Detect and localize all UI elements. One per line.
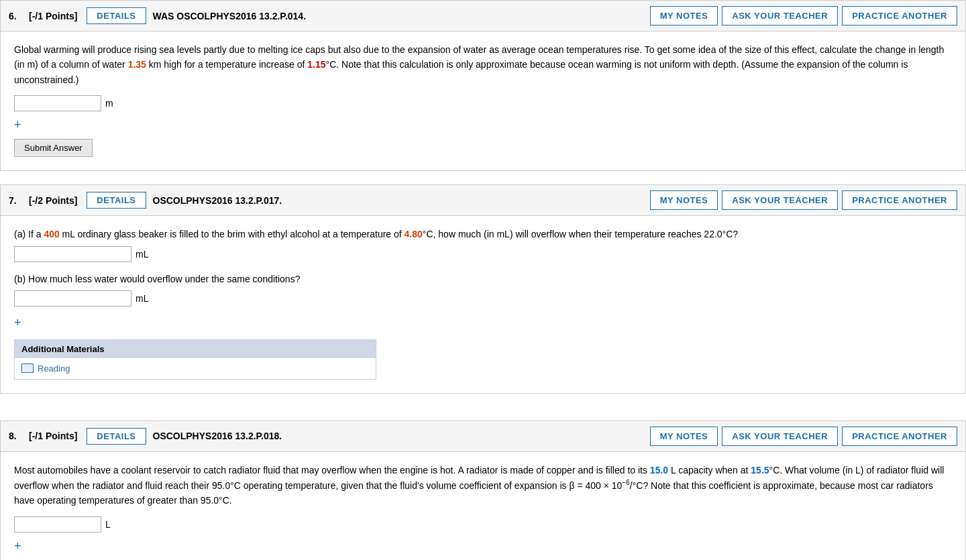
reading-label: Reading [38,363,70,374]
question-6-code: WAS OSCOLPHYS2016 13.2.P.014. [153,11,643,21]
question-7-part-a-unit: mL [136,249,148,260]
q7a-text-2: mL ordinary glass beaker is filled to th… [60,229,405,239]
q8-val1: 15.0 [650,465,668,475]
question-8-body: Most automobiles have a coolant reservoi… [0,451,966,560]
question-6-answer-input[interactable] [14,95,101,111]
question-7-part-b-input-row: mL [14,290,952,306]
question-7-plus-link[interactable]: + [14,316,952,330]
question-7-part-a-input-row: mL [14,246,952,262]
question-7-actions: MY NOTES ASK YOUR TEACHER PRACTICE ANOTH… [650,190,957,210]
question-8-unit: L [105,519,111,530]
q7b-question: How much less water would overflow under… [28,274,300,284]
question-8-header: 8. [-/1 Points] DETAILS OSCOLPHYS2016 13… [0,421,966,451]
question-6: 6. [-/1 Points] DETAILS WAS OSCOLPHYS201… [0,0,966,171]
question-8-plus-link[interactable]: + [14,539,952,553]
question-8-my-notes-btn[interactable]: MY NOTES [650,427,718,446]
q7a-val1: 400 [44,229,59,239]
spacer [0,407,966,421]
q6-val1: 1.35 [128,59,146,70]
question-8-ask-teacher-btn[interactable]: ASK YOUR TEACHER [722,427,838,446]
q8-text-mid1: L capacity when at [668,465,751,475]
q6-text-2: km high for a temperature increase of [146,59,307,70]
reading-link[interactable]: Reading [21,363,369,374]
question-6-header: 6. [-/1 Points] DETAILS WAS OSCOLPHYS201… [0,0,966,31]
question-6-ask-teacher-btn[interactable]: ASK YOUR TEACHER [722,6,838,25]
question-7-details-btn[interactable]: DETAILS [87,192,146,209]
q7a-text-1: If a [28,229,44,239]
question-7-header: 7. [-/2 Points] DETAILS OSCOLPHYS2016 13… [0,184,966,215]
question-8-input-row: L [14,516,952,533]
question-7-part-b: (b) How much less water would overflow u… [14,272,952,306]
book-icon [21,363,34,373]
question-7-ask-teacher-btn[interactable]: ASK YOUR TEACHER [722,190,838,210]
question-6-num: 6. [9,11,22,21]
question-7-my-notes-btn[interactable]: MY NOTES [650,190,718,210]
question-8-code: OSCOLPHYS2016 13.2.P.018. [153,431,643,441]
q7b-label: (b) [14,274,25,284]
question-8-answer-input[interactable] [14,516,101,533]
question-7-part-a-text: (a) If a 400 mL ordinary glass beaker is… [14,227,952,241]
question-8-num: 8. [9,431,22,441]
question-6-practice-btn[interactable]: PRACTICE ANOTHER [842,6,957,25]
question-7-part-b-input[interactable] [14,290,131,306]
question-8-text: Most automobiles have a coolant reservoi… [14,463,952,508]
question-8-practice-btn[interactable]: PRACTICE ANOTHER [842,427,957,446]
question-6-my-notes-btn[interactable]: MY NOTES [650,6,718,25]
question-6-body: Global warming will produce rising sea l… [0,31,966,171]
q8-text-pre: Most automobiles have a coolant reservoi… [14,465,650,475]
additional-materials-header: Additional Materials [15,340,376,358]
question-7-body: (a) If a 400 mL ordinary glass beaker is… [0,215,966,394]
q8-exponent: −6 [622,479,629,486]
q6-val2: 1.15 [307,59,325,70]
additional-materials-body: Reading [15,358,376,379]
question-7: 7. [-/2 Points] DETAILS OSCOLPHYS2016 13… [0,184,966,394]
question-6-actions: MY NOTES ASK YOUR TEACHER PRACTICE ANOTH… [650,6,957,25]
question-8-actions: MY NOTES ASK YOUR TEACHER PRACTICE ANOTH… [650,427,957,446]
question-8-details-btn[interactable]: DETAILS [87,428,146,445]
question-6-details-btn[interactable]: DETAILS [87,7,146,24]
question-6-points: [-/1 Points] [29,11,77,21]
question-6-text: Global warming will produce rising sea l… [14,42,952,87]
question-7-practice-btn[interactable]: PRACTICE ANOTHER [842,190,957,210]
question-6-submit-row: Submit Answer [14,139,952,157]
question-7-part-b-text: (b) How much less water would overflow u… [14,272,952,286]
q7a-label: (a) [14,229,25,239]
question-7-points: [-/2 Points] [29,195,77,206]
question-7-num: 7. [9,195,22,206]
question-6-plus-link[interactable]: + [14,118,952,132]
q8-val2: 15.5 [751,465,769,475]
question-7-part-a: (a) If a 400 mL ordinary glass beaker is… [14,227,952,262]
question-7-code: OSCOLPHYS2016 13.2.P.017. [153,195,643,206]
question-6-submit-btn[interactable]: Submit Answer [14,139,93,157]
question-6-unit: m [105,98,113,109]
q7a-val2: 4.80 [405,229,423,239]
question-8-points: [-/1 Points] [29,431,77,441]
question-7-additional-materials: Additional Materials Reading [14,339,376,380]
question-7-part-a-input[interactable] [14,246,131,262]
q7a-text-3: °C, how much (in mL) will overflow when … [423,229,738,239]
question-6-input-row: m [14,95,952,111]
question-7-part-b-unit: mL [136,293,148,304]
question-8: 8. [-/1 Points] DETAILS OSCOLPHYS2016 13… [0,421,966,560]
